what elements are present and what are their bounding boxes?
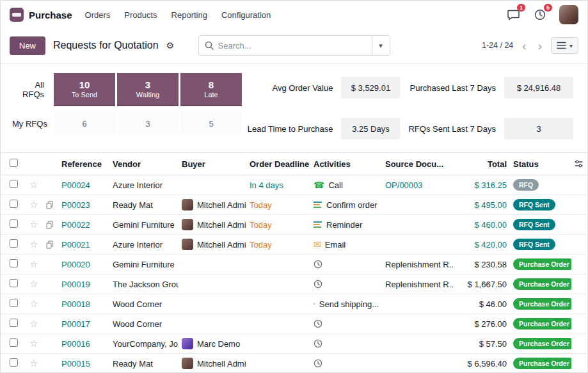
kpi-my-late[interactable]: 5: [180, 111, 242, 136]
stat-value-lead-time: 3.25 Days: [341, 118, 400, 139]
app-brand[interactable]: Purchase: [10, 8, 72, 22]
activity-label[interactable]: Confirm order: [326, 200, 377, 210]
kpi-value: 10: [79, 79, 90, 90]
reference-link[interactable]: P00017: [61, 319, 90, 329]
deadline-cell: Today: [246, 215, 310, 235]
activity-clock-icon[interactable]: [314, 359, 322, 368]
activity-clock-icon[interactable]: [314, 319, 322, 328]
table-row[interactable]: ☆ P00015 Ready Mat Mitchell Admin $ 6,59…: [1, 354, 588, 373]
total-cell: $ 460.00: [454, 215, 510, 235]
reference-link[interactable]: P00021: [61, 240, 90, 250]
row-checkbox[interactable]: [10, 319, 18, 327]
table-row[interactable]: ☆ P00018 Wood Corner Send shipping... $ …: [1, 294, 588, 314]
column-header-source[interactable]: Source Docu...: [382, 153, 454, 175]
reference-link[interactable]: P00018: [61, 299, 90, 309]
activity-clock-icon[interactable]: [314, 339, 322, 348]
table-row[interactable]: ☆ P00019 The Jackson Group Replenishment…: [1, 274, 588, 294]
activity-label[interactable]: Call: [328, 180, 342, 190]
messages-button[interactable]: 1: [505, 7, 521, 22]
adjust-columns-icon: [575, 160, 583, 168]
menu-products[interactable]: Products: [124, 10, 157, 20]
table-row[interactable]: ☆ P00022 Gemini Furniture Mitchell Admin…: [1, 215, 588, 235]
activity-clock-icon[interactable]: [314, 280, 322, 289]
column-header-status[interactable]: Status: [510, 153, 571, 175]
reference-link[interactable]: P00015: [61, 359, 90, 369]
activity-label[interactable]: Reminder: [326, 220, 362, 230]
row-checkbox[interactable]: [10, 259, 18, 267]
row-checkbox[interactable]: [10, 219, 18, 228]
user-avatar[interactable]: [559, 5, 578, 24]
row-checkbox[interactable]: [10, 338, 18, 347]
adjust-columns-button[interactable]: [571, 153, 588, 175]
stat-value-purchased-last-7-days: $ 24,916.48: [504, 77, 573, 99]
buyer-avatar: [182, 338, 193, 349]
row-checkbox[interactable]: [10, 200, 18, 208]
kpi-my-waiting[interactable]: 3: [117, 111, 179, 136]
activity-label[interactable]: Send shipping...: [319, 299, 379, 309]
table-row[interactable]: ☆ P00016 YourCompany, Jo... Marc Demo $ …: [1, 334, 588, 354]
pager-previous-button[interactable]: ‹: [520, 40, 528, 52]
activity-clock-icon[interactable]: [314, 260, 322, 269]
star-icon[interactable]: ☆: [29, 258, 38, 269]
menu-configuration[interactable]: Configuration: [221, 10, 271, 20]
stat-label-rfqs-sent-last-7-days: RFQs Sent Last 7 Days: [408, 124, 496, 134]
app-name: Purchase: [29, 10, 72, 20]
activities-button[interactable]: 5: [532, 7, 548, 22]
vendor-cell: Azure Interior: [109, 175, 179, 195]
column-header-deadline[interactable]: Order Deadline: [246, 153, 310, 175]
star-icon[interactable]: ☆: [29, 358, 38, 369]
star-icon[interactable]: ☆: [29, 219, 38, 230]
column-header-activities[interactable]: Activities: [310, 153, 382, 175]
reference-link[interactable]: P00024: [61, 180, 90, 190]
row-checkbox[interactable]: [10, 358, 18, 367]
purchase-app-icon: [10, 8, 24, 22]
reference-link[interactable]: P00019: [61, 280, 90, 289]
table-row[interactable]: ☆ P00020 Gemini Furniture Replenishment …: [1, 255, 588, 274]
column-header-vendor[interactable]: Vendor: [109, 153, 179, 175]
column-header-total[interactable]: Total: [454, 153, 510, 175]
star-icon[interactable]: ☆: [29, 199, 38, 210]
reference-link[interactable]: P00023: [61, 200, 90, 210]
search-dropdown-button[interactable]: ▾: [372, 36, 390, 55]
pager-next-button[interactable]: ›: [536, 40, 544, 52]
row-checkbox[interactable]: [10, 239, 18, 248]
column-header-reference[interactable]: Reference: [58, 153, 109, 175]
new-button[interactable]: New: [10, 36, 45, 55]
reference-link[interactable]: P00022: [61, 220, 90, 230]
row-checkbox[interactable]: [10, 279, 18, 287]
activity-label[interactable]: Email: [325, 240, 346, 250]
reference-link[interactable]: P00020: [61, 260, 90, 269]
source-document-link[interactable]: OP/00003: [385, 180, 423, 190]
row-checkbox[interactable]: [10, 299, 18, 307]
vendor-cell: YourCompany, Jo...: [109, 334, 179, 354]
search-input[interactable]: [218, 41, 366, 51]
kpi-to-send[interactable]: 10 To Send: [54, 73, 115, 106]
column-header-buyer[interactable]: Buyer: [179, 153, 246, 175]
kpi-my-to-send[interactable]: 6: [54, 111, 115, 136]
star-icon[interactable]: ☆: [29, 278, 38, 289]
star-icon[interactable]: ☆: [29, 318, 38, 329]
kpi-waiting[interactable]: 3 Waiting: [117, 73, 179, 106]
table-row[interactable]: ☆ P00021 Azure Interior Mitchell Admin T…: [1, 235, 588, 255]
kpi-late[interactable]: 8 Late: [180, 73, 242, 106]
vendor-cell: Gemini Furniture: [109, 255, 179, 274]
row-checkbox[interactable]: [10, 180, 18, 188]
menu-reporting[interactable]: Reporting: [171, 10, 207, 20]
star-icon[interactable]: ☆: [29, 239, 38, 250]
messages-badge: 1: [517, 4, 525, 12]
deadline-cell: [246, 274, 310, 294]
deadline-cell: Today: [246, 195, 310, 215]
table-row[interactable]: ☆ P00023 Ready Mat Mitchell Admin Today …: [1, 195, 588, 215]
star-icon[interactable]: ☆: [29, 298, 38, 309]
reference-link[interactable]: P00016: [61, 339, 90, 349]
table-row[interactable]: ☆ P00017 Wood Corner $ 276.00 Purchase O…: [1, 314, 588, 334]
star-icon[interactable]: ☆: [29, 179, 38, 190]
gear-icon[interactable]: ⚙: [166, 40, 175, 51]
buyer-avatar: [182, 219, 193, 230]
star-icon[interactable]: ☆: [29, 338, 38, 349]
select-all-checkbox[interactable]: [10, 159, 18, 167]
vendor-cell: Azure Interior: [109, 235, 179, 255]
view-switcher-button[interactable]: ▾: [551, 37, 578, 54]
table-row[interactable]: ☆ P00024 Azure Interior In 4 days ☎Call …: [1, 175, 588, 195]
menu-orders[interactable]: Orders: [85, 10, 111, 20]
